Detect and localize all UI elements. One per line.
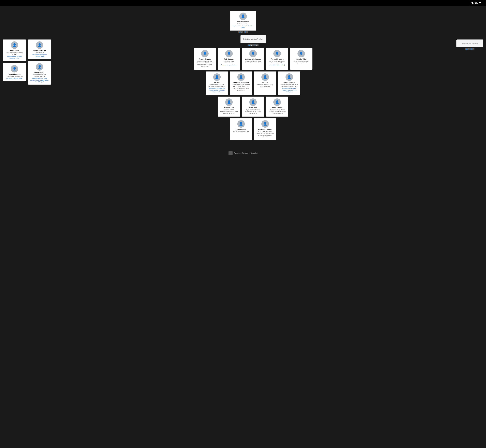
badge-center-group: 👥 11 (247, 44, 253, 46)
footer: Org Chart Created in Organimi (0, 149, 486, 158)
link-ryan: Representative Director and President, S… (208, 88, 226, 93)
link-kitano: President and CEO, Sony Computer Science… (30, 78, 49, 83)
title-kawanishi: Senior General Manager, AI Robotics Busi… (280, 84, 298, 88)
card-kawanishi: 👤 Izumi Kawanishi Senior General Manager… (278, 72, 300, 95)
name-platt: Jon Platt (256, 82, 274, 83)
name-kodera: Tsuyoshi Kodera (268, 58, 287, 60)
title-stringer: CEO, Sony Music Entertainment (220, 60, 238, 64)
card-oka: 👤 Masashi Oka President & CEO, Represent… (218, 96, 240, 117)
center-row2: 👤 Jim Ryan President and CEO, Sony Inter… (206, 72, 300, 95)
card-ishizuka: 👤 Shigeki Ishizuka Vice Chairman Represe… (28, 40, 51, 59)
title-shimizu: Representative Director, President and C… (196, 60, 214, 67)
title-totoki: Executive Deputy President and CFO (5, 52, 24, 56)
avatar-takei: 👤 (297, 50, 305, 57)
title-takei: Senior General Manager, Legal Department (292, 60, 311, 64)
avatar-vinciquerra: 👤 (249, 50, 257, 57)
avatar-platt: 👤 (261, 73, 269, 81)
avatar-mitomo: 👤 (261, 120, 269, 128)
center-row3: 👤 Masashi Oka President & CEO, Represent… (218, 96, 288, 117)
title-platt: Chairman and CEO, Sony Music Publishing (256, 84, 274, 88)
title-vinciquerra: Chairman and CEO, Sony Pictures Entertai… (244, 60, 262, 64)
avatar-kambe: 👤 (273, 98, 281, 106)
link-kodera: CDO (Chief Digital Officer) (268, 64, 287, 66)
footer-text: Org Chart Created in Organimi (234, 152, 257, 154)
title-kambe: Communications, Brand Strategy, Sustaina… (268, 109, 287, 114)
card-takei: 👤 Natsuko Takei Senior General Manager, … (290, 48, 313, 70)
card-kodera: 👤 Tsuyoshi Kodera Senior General Manager… (266, 48, 288, 70)
title-muramatsu: President and Representative Director of… (232, 84, 250, 91)
card-kambe: 👤 Shiro Kambe Communications, Brand Stra… (266, 96, 288, 117)
title-kodera: Senior General Manager, Corporate DX Off… (268, 60, 287, 64)
name-muramatsu: Shunsuke Muramatsu (232, 82, 250, 83)
card-katsumoto: 👤 Toru Katsumoto Executive Deputy Presid… (3, 63, 26, 81)
title-kenichi: Chairman, President (231, 23, 255, 25)
avatar-stringer: 👤 (225, 50, 233, 57)
avatar-maki: 👤 (249, 98, 257, 106)
name-takei: Natsuko Takei (292, 58, 311, 60)
card-ambe: 👤 Kazushi Ambe Senior Vice President, HR (230, 118, 252, 140)
left-columns: 👤 Hiroki Totoki Executive Deputy Preside… (3, 40, 51, 85)
right-badges: 👥 3 👤 3 (465, 48, 475, 50)
card-vinciquerra: 👤 Anthony Vinciquerra Chairman and CEO, … (242, 48, 264, 70)
center-row1: 👤 Terushi Shimizu Representative Directo… (194, 48, 313, 70)
avatar-muramatsu: 👤 (237, 73, 245, 81)
avatar-ryan: 👤 (213, 73, 221, 81)
left-col2: 👤 Shigeki Ishizuka Vice Chairman Represe… (28, 40, 51, 85)
card-ryan: 👤 Jim Ryan President and CEO, Sony Inter… (206, 72, 228, 95)
badge-right-group: 👥 3 (465, 48, 470, 50)
name-vinciquerra: Anthony Vinciquerra (244, 58, 262, 60)
footer-logo-icon (229, 151, 232, 155)
title-ambe: Senior Vice President, HR (232, 131, 250, 132)
card-stringer: 👤 Rob Stringer CEO, Sony Music Entertain… (218, 48, 240, 70)
name-mitomo: Toshimoto Mitomo (256, 128, 274, 130)
link-kawanishi: Representative Director, President and C… (280, 88, 298, 93)
title-maki: Representative Director, President and C… (244, 109, 262, 114)
link-ishizuka: Representative Corporate Executive Offic… (30, 54, 49, 57)
name-katsumoto: Toru Katsumoto (5, 73, 24, 75)
title-kitano: Senior Executive Vice President and CTO (30, 74, 49, 77)
org-chart: 👤 Kenichi Yoshida Chairman, President Re… (3, 11, 483, 140)
name-ishizuka: Shigeki Ishizuka (30, 50, 49, 51)
avatar-kawanishi: 👤 (286, 73, 293, 81)
root-node: 👤 Kenichi Yoshida Chairman, President Re… (230, 11, 256, 34)
avatar-kitano: 👤 (36, 63, 43, 71)
center-badges: 👥 11 👤 11 (247, 44, 259, 46)
name-shimizu: Terushi Shimizu (196, 58, 214, 60)
card-kitano: 👤 Hiroaki Kitano Senior Executive Vice P… (28, 61, 51, 85)
badge-group: 👥 18 (238, 31, 243, 33)
title-oka: President & CEO, Representative Director… (220, 109, 238, 114)
right-section: Executive Vice President 👥 3 👤 3 (456, 40, 483, 51)
placeholder-senior-evp: Senior Executive Vice President (240, 35, 266, 43)
name-ryan: Jim Ryan (208, 82, 226, 83)
card-muramatsu: 👤 Shunsuke Muramatsu President and Repre… (230, 72, 252, 95)
root-badges: 👥 18 👤 4 (238, 31, 248, 33)
card-mitomo: 👤 Toshimoto Mitomo Senior General Manage… (254, 118, 276, 140)
name-oka: Masashi Oka (220, 107, 238, 109)
main-layout: 👤 Hiroki Totoki Executive Deputy Preside… (3, 35, 483, 140)
left-col1: 👤 Hiroki Totoki Executive Deputy Preside… (3, 40, 26, 85)
sony-logo: SONY (469, 0, 483, 6)
avatar-ishizuka: 👤 (36, 41, 43, 49)
name-kitano: Hiroaki Kitano (30, 72, 49, 73)
name-kenichi: Kenichi Yoshida (231, 21, 255, 23)
link-stringer: Chairman, Sony Music Group (220, 64, 238, 66)
name-stringer: Rob Stringer (220, 58, 238, 60)
link-totoki: Representative Corporate Executive Offic… (5, 56, 24, 59)
name-totoki: Hiroki Totoki (5, 50, 24, 51)
placeholder-evp: Executive Vice President (456, 40, 483, 48)
left-section: 👤 Hiroki Totoki Executive Deputy Preside… (3, 40, 51, 85)
badge-right-person: 👤 3 (470, 48, 475, 50)
title-ryan: President and CEO, Sony Interactive Ente… (208, 84, 226, 88)
card-platt: 👤 Jon Platt Chairman and CEO, Sony Music… (254, 72, 276, 95)
title-ishizuka: Vice Chairman (30, 52, 49, 54)
org-container: 👤 Kenichi Yoshida Chairman, President Re… (0, 6, 486, 144)
card-root: 👤 Kenichi Yoshida Chairman, President Re… (230, 11, 256, 31)
avatar-shimizu: 👤 (201, 50, 209, 57)
header: SONY (0, 0, 486, 6)
avatar-ambe: 👤 (237, 120, 245, 128)
name-ambe: Kazushi Ambe (232, 128, 250, 130)
link-kenichi: Representative Corporate Executive Offic… (231, 25, 255, 29)
name-kawanishi: Izumi Kawanishi (280, 82, 298, 83)
avatar-kenichi: 👤 (239, 13, 247, 20)
link-katsumoto: Corporate Executive Officer (5, 78, 24, 80)
